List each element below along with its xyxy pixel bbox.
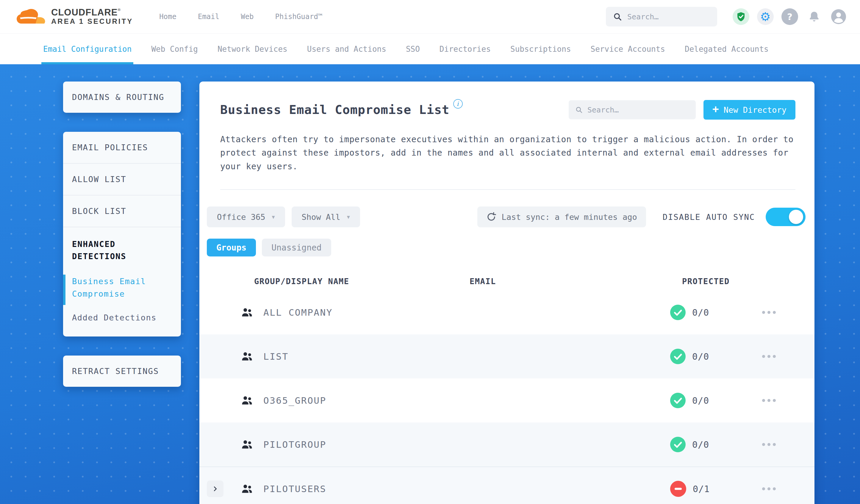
logo-subtitle: AREA 1 SECURITY xyxy=(51,17,133,26)
notifications-bell-icon[interactable] xyxy=(806,8,822,25)
sidebar-item-added-detections[interactable]: Added Detections xyxy=(63,306,181,336)
auto-sync-label: DISABLE AUTO SYNC xyxy=(663,213,755,222)
global-search-input[interactable] xyxy=(627,13,710,21)
list-search[interactable] xyxy=(569,100,696,119)
table-row: O365_GROUP 0/0 xyxy=(199,378,815,422)
expand-row-button[interactable] xyxy=(207,480,224,497)
table-row: PILOTGROUP 0/0 xyxy=(199,422,815,466)
group-icon xyxy=(231,305,263,319)
shield-check-icon xyxy=(736,12,746,22)
tab-directories[interactable]: Directories xyxy=(440,34,491,64)
protection-status-icon[interactable] xyxy=(733,8,749,25)
group-name: ALL COMPANY xyxy=(263,307,670,318)
sidebar-item-enhanced-detections[interactable]: ENHANCED DETECTIONS xyxy=(63,227,181,273)
nav-web[interactable]: Web xyxy=(241,13,254,21)
auto-sync-toggle[interactable] xyxy=(766,208,805,226)
logo-wordmark: CLOUDFLARE® xyxy=(51,8,133,17)
tab-delegated-accounts[interactable]: Delegated Accounts xyxy=(685,34,769,64)
group-icon xyxy=(231,349,263,363)
show-filter-select[interactable]: Show All ▾ xyxy=(292,206,360,227)
list-search-input[interactable] xyxy=(587,106,689,114)
last-sync-label: Last sync: a few minutes ago xyxy=(502,213,637,222)
nav-phishguard[interactable]: PhishGuard™ xyxy=(275,13,322,21)
settings-sidebar: DOMAINS & ROUTING EMAIL POLICIES ALLOW L… xyxy=(63,82,181,406)
group-name: PILOTGROUP xyxy=(263,439,670,450)
sidebar-item-email-policies[interactable]: EMAIL POLICIES xyxy=(63,132,181,163)
row-menu-button[interactable] xyxy=(758,483,780,494)
refresh-icon xyxy=(486,212,496,222)
page-title: Business Email Compromise Listi xyxy=(220,103,569,117)
last-sync-button[interactable]: Last sync: a few minutes ago xyxy=(477,206,646,227)
search-icon xyxy=(613,12,622,21)
row-menu-button[interactable] xyxy=(758,439,780,450)
table-row: PILOTUSERS 0/1 xyxy=(199,466,815,504)
bec-list-card: Business Email Compromise Listi + New Di… xyxy=(199,82,815,504)
global-search[interactable] xyxy=(606,7,717,27)
column-protected: PROTECTED xyxy=(682,277,730,286)
protected-count: 0/0 xyxy=(692,395,709,406)
divider xyxy=(220,189,796,190)
directory-select[interactable]: Office 365 ▾ xyxy=(207,206,285,227)
protected-count: 0/0 xyxy=(692,440,709,450)
protected-check-icon xyxy=(670,305,686,320)
sidebar-item-block-list[interactable]: BLOCK LIST xyxy=(63,195,181,227)
protected-count: 0/0 xyxy=(692,307,709,318)
row-menu-button[interactable] xyxy=(758,395,780,406)
row-menu-button[interactable] xyxy=(758,307,780,318)
cloudflare-logo[interactable]: CLOUDFLARE® AREA 1 SECURITY xyxy=(17,7,133,26)
page-description: Attackers often try to impersonate execu… xyxy=(220,133,794,173)
protected-check-icon xyxy=(670,437,686,452)
table-header: GROUP/DISPLAY NAME EMAIL PROTECTED xyxy=(199,272,815,290)
top-nav: Home Email Web PhishGuard™ xyxy=(159,13,322,21)
section-tabs: Email Configuration Web Config Network D… xyxy=(0,33,860,64)
chevron-right-icon xyxy=(212,486,218,492)
sidebar-item-retract-settings[interactable]: RETRACT SETTINGS xyxy=(63,356,181,387)
info-icon[interactable]: i xyxy=(453,99,463,109)
column-email: EMAIL xyxy=(470,277,682,286)
user-avatar[interactable] xyxy=(830,8,847,25)
protected-check-icon xyxy=(670,393,686,408)
group-icon xyxy=(231,482,263,496)
workspace-background: DOMAINS & ROUTING EMAIL POLICIES ALLOW L… xyxy=(0,64,860,504)
search-icon xyxy=(575,106,583,114)
row-menu-button[interactable] xyxy=(758,351,780,362)
sidebar-item-domains-routing[interactable]: DOMAINS & ROUTING xyxy=(63,82,181,113)
plus-icon: + xyxy=(713,104,719,115)
groups-table: GROUP/DISPLAY NAME EMAIL PROTECTED ALL C… xyxy=(199,272,815,504)
tab-sso[interactable]: SSO xyxy=(406,34,420,64)
group-icon xyxy=(231,438,263,451)
chevron-down-icon: ▾ xyxy=(272,213,275,220)
unprotected-minus-icon xyxy=(670,481,686,497)
group-name: PILOTUSERS xyxy=(263,484,670,494)
tab-email-configuration[interactable]: Email Configuration xyxy=(43,34,131,64)
sidebar-item-business-email-compromise[interactable]: Business Email Compromise xyxy=(63,273,181,306)
settings-gear-icon[interactable]: ⚙ xyxy=(757,8,774,25)
protected-count: 0/0 xyxy=(692,351,709,362)
top-header: CLOUDFLARE® AREA 1 SECURITY Home Email W… xyxy=(0,0,860,33)
group-name: O365_GROUP xyxy=(263,395,670,406)
table-row: ALL COMPANY 0/0 xyxy=(199,290,815,334)
group-icon xyxy=(231,394,263,407)
toggle-knob xyxy=(789,210,803,224)
tab-users-and-actions[interactable]: Users and Actions xyxy=(307,34,386,64)
table-row: LIST 0/0 xyxy=(199,334,815,378)
tab-subscriptions[interactable]: Subscriptions xyxy=(510,34,571,64)
nav-email[interactable]: Email xyxy=(198,13,219,21)
tab-network-devices[interactable]: Network Devices xyxy=(217,34,287,64)
group-name: LIST xyxy=(263,351,670,362)
protected-check-icon xyxy=(670,349,686,364)
tab-service-accounts[interactable]: Service Accounts xyxy=(591,34,665,64)
tab-groups[interactable]: Groups xyxy=(207,239,256,257)
nav-home[interactable]: Home xyxy=(159,13,176,21)
cloudflare-cloud-icon xyxy=(17,7,47,26)
chevron-down-icon: ▾ xyxy=(347,213,350,220)
new-directory-button[interactable]: + New Directory xyxy=(703,100,796,120)
registered-mark: ® xyxy=(118,8,121,12)
tab-web-config[interactable]: Web Config xyxy=(151,34,198,64)
protected-count: 0/1 xyxy=(693,484,710,494)
help-icon[interactable]: ? xyxy=(782,8,798,25)
sidebar-item-allow-list[interactable]: ALLOW LIST xyxy=(63,163,181,195)
column-group-display-name: GROUP/DISPLAY NAME xyxy=(254,277,470,286)
tab-unassigned[interactable]: Unassigned xyxy=(262,239,331,257)
